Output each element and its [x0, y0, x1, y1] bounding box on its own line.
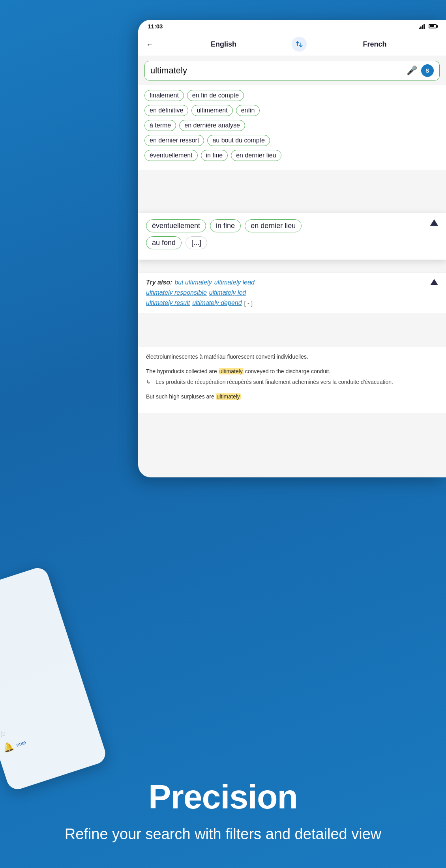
trans-row-4: en dernier ressort au bout du compte [144, 135, 440, 146]
star-icon-2: ☆ [0, 728, 8, 741]
example-fr-1: Les produits de récupération récupérés s… [146, 378, 438, 386]
try-link-2[interactable]: ultimately lead [214, 279, 255, 286]
status-bar: 11:03 [138, 20, 446, 33]
precision-description: Refine your search with filters and deta… [24, 824, 422, 844]
translation-tag[interactable]: à terme [144, 120, 176, 131]
trans-row-3: à terme en dernière analyse [144, 120, 440, 131]
translation-tag[interactable]: ultimement [191, 105, 232, 116]
try-link-5[interactable]: ultimately result [146, 299, 190, 307]
translation-tag[interactable]: éventuellement [144, 150, 198, 161]
translations-area: finalement en fin de compte en définitiv… [138, 85, 446, 170]
settings-button[interactable]: S [421, 64, 434, 77]
highlight-ultimately: ultimately [219, 368, 244, 374]
app-header: ← English French [138, 33, 446, 56]
try-dash: [ - ] [244, 300, 253, 307]
highlight-ultimately-2: ultimately [216, 393, 241, 400]
exp-tag-aufond[interactable]: au fond [146, 236, 182, 249]
translation-tag[interactable]: en dernière analyse [179, 120, 245, 131]
swap-icon [295, 40, 303, 48]
trans-row-2: en définitive ultimement enfin [144, 105, 440, 116]
bg-phone-text: nnte [15, 739, 27, 748]
language-from[interactable]: English [159, 40, 289, 49]
example-en-1: The byproducts collected are ultimately … [146, 367, 438, 376]
language-to[interactable]: French [310, 40, 440, 49]
translation-tag[interactable]: en dernier lieu [231, 150, 281, 161]
precision-title: Precision [24, 777, 422, 816]
try-also-section: Try also: but ultimately ultimately lead… [138, 272, 446, 313]
example-text-partial: électroluminescentes à matériau fluoresc… [146, 354, 308, 360]
translation-tag[interactable]: in fine [201, 150, 228, 161]
try-also-label: Try also: [146, 279, 172, 286]
example-en-2-partial: But such high surpluses are ultimately [146, 393, 438, 401]
try-link-6[interactable]: ultimately depend [192, 299, 242, 307]
translation-tag[interactable]: en définitive [144, 105, 188, 116]
example-1: The byproducts collected are ultimately … [146, 367, 438, 386]
search-input[interactable]: ultimately [150, 65, 403, 76]
expanded-row-2: au fond [...] [146, 236, 302, 249]
examples-area: électroluminescentes à matériau fluoresc… [138, 347, 446, 413]
trans-row-1: finalement en fin de compte [144, 90, 440, 101]
bottom-section: Precision Refine your search with filter… [0, 761, 446, 868]
expanded-card: éventuellement in fine en dernier lieu a… [138, 213, 446, 260]
translation-tag[interactable]: en dernier ressort [144, 135, 204, 146]
translation-tag[interactable]: au bout du compte [207, 135, 270, 146]
swap-languages-button[interactable] [292, 37, 307, 52]
translation-tag[interactable]: en fin de compte [187, 90, 244, 101]
try-also-collapse-icon[interactable] [430, 279, 438, 285]
try-link-4[interactable]: ultimately led [209, 289, 246, 296]
bell-icon-2: 🔔 [2, 741, 15, 754]
try-link-1[interactable]: but ultimately [174, 279, 212, 286]
exp-tag[interactable]: en dernier lieu [245, 219, 302, 232]
translation-tag[interactable]: enfin [236, 105, 260, 116]
translation-tag[interactable]: finalement [144, 90, 184, 101]
battery-icon [429, 24, 437, 28]
mic-icon[interactable]: 🎤 [407, 65, 417, 76]
background-phone: ☆ 🔔 ☆ 🔔 nnte [0, 565, 108, 792]
signal-icon [419, 24, 425, 29]
collapse-icon[interactable] [430, 219, 438, 226]
exp-tag-more[interactable]: [...] [186, 236, 207, 249]
example-2-partial: But such high surpluses are ultimately [146, 393, 438, 401]
main-phone: 11:03 ← English French ultimately 🎤 S [138, 20, 446, 477]
time-display: 11:03 [148, 23, 163, 30]
back-button[interactable]: ← [144, 38, 156, 51]
try-link-3[interactable]: ultimately responsible [146, 289, 207, 296]
search-bar[interactable]: ultimately 🎤 S [144, 61, 440, 80]
example-partial: électroluminescentes à matériau fluoresc… [146, 353, 438, 361]
exp-tag-infine[interactable]: in fine [210, 219, 241, 232]
expanded-row-1: éventuellement in fine en dernier lieu [146, 219, 302, 232]
status-icons [419, 24, 437, 29]
trans-row-5: éventuellement in fine en dernier lieu [144, 150, 440, 161]
exp-tag[interactable]: éventuellement [146, 219, 206, 232]
